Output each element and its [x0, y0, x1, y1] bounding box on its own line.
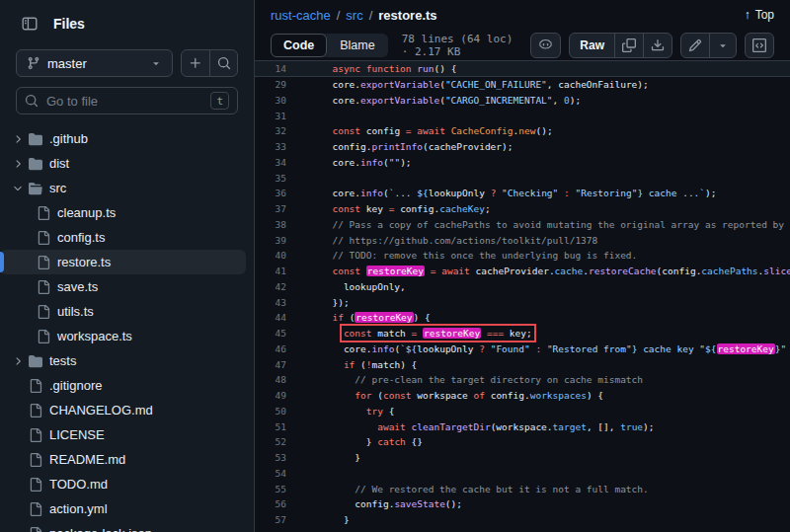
edit-file-button[interactable] [681, 34, 709, 57]
match-highlight[interactable]: restoreKey [717, 343, 775, 354]
line-number[interactable]: 32 [255, 125, 286, 136]
line-number[interactable]: 38 [255, 219, 286, 230]
tree-item-readme-md[interactable]: README.md [0, 447, 246, 472]
code-line-content: if (restoreKey) { [286, 312, 431, 323]
code-line-content: // pre-clean the target directory on cac… [286, 374, 643, 385]
tree-item-todo-md[interactable]: TODO.md [0, 472, 246, 496]
file-tree: .githubdistsrccleanup.tsconfig.tsrestore… [0, 122, 254, 532]
file-icon [36, 206, 51, 220]
line-number[interactable]: 31 [255, 111, 286, 121]
line-number[interactable]: 37 [255, 203, 286, 214]
match-highlight[interactable]: restoreKey [366, 266, 425, 276]
line-number[interactable]: 35 [255, 173, 286, 184]
symbols-panel-button[interactable] [746, 34, 773, 57]
line-number[interactable]: 48 [255, 374, 286, 385]
tree-item-label: .gitignore [49, 378, 102, 393]
copy-icon [622, 38, 636, 52]
download-raw-button[interactable] [643, 34, 672, 57]
file-stats: 78 lines (64 loc) · 2.17 KB [402, 33, 521, 58]
code-line-content: await cleanTargetDir(workspace.target, [… [286, 421, 655, 432]
line-number[interactable]: 56 [255, 498, 286, 509]
code-line: 47 if (!match) { [255, 356, 790, 372]
tab-code[interactable]: Code [271, 34, 327, 57]
line-number[interactable]: 36 [255, 188, 286, 198]
tree-item--github[interactable]: .github [0, 126, 246, 151]
line-number[interactable]: 47 [255, 359, 286, 370]
tree-item-utils-ts[interactable]: utils.ts [0, 299, 246, 324]
file-icon [28, 428, 43, 442]
line-number[interactable]: 51 [255, 421, 286, 432]
file-icon [36, 231, 51, 245]
line-number[interactable]: 30 [255, 95, 286, 106]
line-number[interactable]: 45 [255, 328, 286, 339]
collapse-file-tree-button[interactable] [16, 10, 43, 38]
tree-item-src[interactable]: src [0, 176, 246, 200]
line-number[interactable]: 39 [255, 235, 286, 246]
tree-item-save-ts[interactable]: save.ts [0, 274, 246, 299]
code-line-content: if (!match) { [286, 359, 417, 370]
match-highlight[interactable]: restoreKey [423, 328, 481, 339]
go-to-file-input[interactable]: Go to file t [16, 87, 238, 114]
line-number[interactable]: 41 [255, 266, 286, 276]
code-line-content: async function run() { [286, 63, 456, 74]
breadcrumb-separator: / [369, 8, 373, 23]
edit-dropdown-button[interactable] [709, 34, 736, 57]
tree-item-label: src [49, 181, 66, 195]
breadcrumb-dir-link[interactable]: src [346, 8, 362, 23]
code-line-content: const match = restoreKey === key; [286, 328, 532, 339]
line-number[interactable]: 57 [255, 514, 286, 525]
code-line: 35 [255, 170, 790, 186]
caret-down-icon [150, 57, 162, 69]
tree-item-changelog-md[interactable]: CHANGELOG.md [0, 398, 246, 422]
top-label: Top [755, 8, 774, 22]
line-number[interactable]: 46 [255, 343, 286, 354]
search-this-repo-button[interactable] [209, 50, 237, 76]
code-line: 36 core.info(`... ${lookupOnly ? "Checki… [255, 186, 790, 201]
tree-item-cleanup-ts[interactable]: cleanup.ts [0, 200, 246, 225]
line-number[interactable]: 29 [255, 79, 286, 90]
line-number[interactable]: 52 [255, 436, 286, 447]
line-number[interactable]: 14 [255, 63, 286, 74]
breadcrumb-repo-link[interactable]: rust-cache [271, 8, 331, 23]
tab-blame[interactable]: Blame [327, 34, 387, 57]
tree-item-restore-ts[interactable]: restore.ts [0, 250, 246, 274]
code-line: 43 }); [255, 294, 790, 310]
line-number[interactable]: 34 [255, 157, 286, 168]
raw-button[interactable]: Raw [570, 34, 614, 57]
line-number[interactable]: 55 [255, 484, 286, 494]
folder-icon [28, 132, 43, 146]
code-line: 48 // pre-clean the target directory on … [255, 372, 790, 388]
tree-item-license[interactable]: LICENSE [0, 422, 246, 447]
copilot-button[interactable] [531, 34, 560, 57]
tree-item-tests[interactable]: tests [0, 348, 246, 373]
tree-item-label: TODO.md [49, 477, 108, 492]
line-number[interactable]: 43 [255, 297, 286, 308]
line-number[interactable]: 42 [255, 281, 286, 292]
line-number[interactable]: 33 [255, 141, 286, 152]
line-number[interactable]: 54 [255, 468, 286, 479]
tree-item-dist[interactable]: dist [0, 151, 246, 176]
add-file-button[interactable] [182, 50, 209, 76]
copy-raw-button[interactable] [614, 34, 643, 57]
code-line-content: core.exportVariable("CACHE_ON_FAILURE", … [286, 79, 649, 90]
file-actions: Raw [530, 33, 774, 58]
code-line-content: } [286, 514, 350, 525]
tree-item-action-yml[interactable]: action.yml [0, 496, 246, 521]
line-number[interactable]: 44 [255, 312, 286, 323]
line-number[interactable]: 40 [255, 250, 286, 261]
line-number[interactable]: 50 [255, 406, 286, 417]
line-number[interactable]: 53 [255, 452, 286, 463]
copilot-button-group [530, 33, 561, 58]
symbols-icon [752, 38, 766, 52]
tree-item-workspace-ts[interactable]: workspace.ts [0, 324, 246, 348]
tree-item-config-ts[interactable]: config.ts [0, 225, 246, 250]
match-highlight[interactable]: restoreKey [355, 312, 413, 323]
focused-line-box: const match = restoreKey === key; [344, 328, 532, 339]
back-to-top-link[interactable]: ↑ Top [745, 8, 774, 22]
line-number[interactable]: 49 [255, 390, 286, 401]
branch-selector[interactable]: master [16, 49, 173, 77]
code-line: 52 } catch {} [255, 434, 790, 450]
tree-item-package-lock-json[interactable]: package-lock.json [0, 521, 246, 532]
code-line: 34 core.info(""); [255, 155, 790, 171]
tree-item--gitignore[interactable]: .gitignore [0, 373, 246, 398]
